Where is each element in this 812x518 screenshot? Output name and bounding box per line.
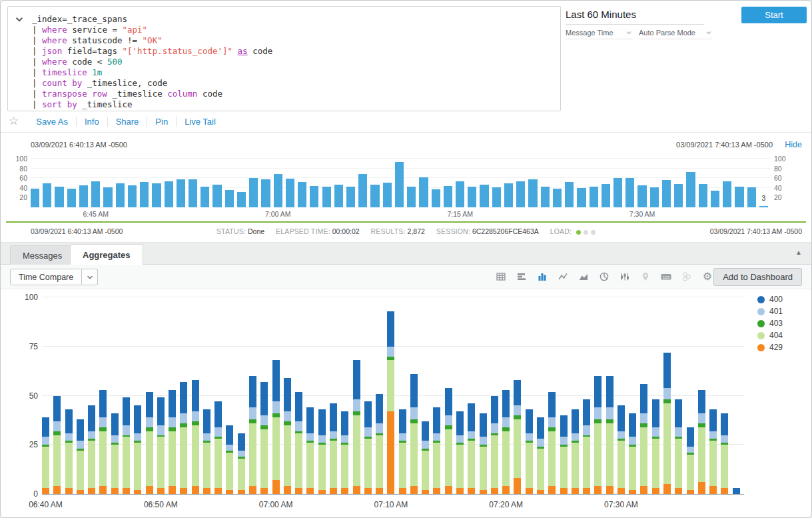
live-tail-link[interactable]: Live Tail <box>177 117 224 127</box>
histogram-bar[interactable] <box>516 181 525 207</box>
stacked-bar[interactable] <box>295 392 302 494</box>
histogram-bar[interactable] <box>140 182 149 207</box>
stacked-bar[interactable] <box>606 376 613 494</box>
stacked-bar[interactable] <box>629 413 636 494</box>
stacked-bar[interactable] <box>272 360 280 494</box>
stacked-bar[interactable] <box>214 401 222 494</box>
stacked-bar[interactable] <box>709 409 717 494</box>
stacked-bar[interactable] <box>617 405 625 494</box>
honeycomb-icon[interactable] <box>680 270 693 283</box>
stacked-bar[interactable] <box>468 403 475 494</box>
bar-rows-icon[interactable] <box>515 270 528 283</box>
stacked-bar[interactable] <box>433 407 440 494</box>
histogram-bar[interactable] <box>553 189 562 207</box>
histogram-bar[interactable] <box>480 185 488 207</box>
histogram-bar[interactable] <box>492 187 501 207</box>
stacked-bar[interactable] <box>88 405 95 494</box>
histogram-bar[interactable] <box>128 185 137 207</box>
collapse-panel-icon[interactable]: ▲ <box>795 249 802 256</box>
histogram-bar[interactable] <box>504 183 513 208</box>
stacked-bar[interactable] <box>341 411 348 494</box>
message-time-select[interactable]: Message Time <box>566 27 632 39</box>
stacked-bar[interactable] <box>733 488 740 494</box>
stacked-bar[interactable] <box>226 425 233 494</box>
collapse-query-chevron-icon[interactable] <box>13 13 25 25</box>
stacked-bar[interactable] <box>548 392 556 494</box>
query-editor[interactable]: _index=_trace_spans| where service = "ap… <box>7 6 561 111</box>
histogram-bar[interactable] <box>625 178 634 207</box>
histogram-bar[interactable] <box>165 181 173 207</box>
histogram-bar[interactable] <box>334 185 343 207</box>
legend-item-400[interactable]: 400 <box>757 295 783 304</box>
histogram-bar[interactable] <box>432 189 440 207</box>
histogram-bar[interactable] <box>395 162 404 207</box>
histogram-bar[interactable] <box>759 206 768 207</box>
time-compare-chevron-icon[interactable] <box>82 269 98 285</box>
stacked-bar[interactable] <box>306 407 314 494</box>
histogram-bar[interactable] <box>407 187 416 207</box>
stacked-bar[interactable] <box>594 376 602 494</box>
stacked-bar[interactable] <box>675 399 682 494</box>
histogram-bar[interactable] <box>674 184 683 207</box>
stacked-bar[interactable] <box>652 399 659 494</box>
stacked-bar[interactable] <box>491 396 498 494</box>
stacked-bar[interactable] <box>77 419 84 494</box>
table-icon[interactable] <box>494 270 508 283</box>
histogram-bar[interactable] <box>310 186 318 207</box>
histogram-bar[interactable] <box>103 187 112 207</box>
stacked-bar[interactable] <box>514 380 521 494</box>
stacked-bar[interactable] <box>721 413 728 494</box>
stacked-bar[interactable] <box>192 380 199 494</box>
stacked-bar[interactable] <box>330 403 337 494</box>
histogram-bar[interactable] <box>152 183 161 207</box>
histogram-bar[interactable] <box>602 184 610 207</box>
stacked-bar[interactable] <box>249 376 256 494</box>
stacked-bar[interactable] <box>53 396 61 494</box>
box-plot-icon[interactable] <box>618 270 631 283</box>
stacked-bar[interactable] <box>203 409 210 494</box>
histogram-bar[interactable] <box>419 177 428 207</box>
query-text[interactable]: _index=_trace_spans| where service = "ap… <box>32 14 272 110</box>
histogram-bar[interactable] <box>686 172 695 207</box>
pin-link[interactable]: Pin <box>147 117 177 127</box>
histogram-bar[interactable] <box>189 179 197 207</box>
legend-item-403[interactable]: 403 <box>757 319 783 328</box>
histogram-bar[interactable] <box>528 179 537 207</box>
histogram-bar[interactable] <box>116 183 125 207</box>
stacked-bar[interactable] <box>410 374 418 494</box>
stacked-bar[interactable] <box>502 390 510 494</box>
stacked-bar[interactable] <box>238 433 245 494</box>
tab-aggregates[interactable]: Aggregates <box>70 244 143 265</box>
histogram-bar[interactable] <box>565 182 574 207</box>
histogram-bar[interactable] <box>201 187 209 207</box>
histogram-bar[interactable] <box>358 174 367 207</box>
stacked-bar[interactable] <box>698 390 705 494</box>
stacked-bar[interactable] <box>364 401 372 494</box>
stacked-bar[interactable] <box>526 409 533 494</box>
histogram-bar[interactable] <box>225 190 234 207</box>
stacked-bar[interactable] <box>123 397 130 494</box>
histogram-bar[interactable] <box>662 180 671 207</box>
stacked-bar[interactable] <box>663 353 671 494</box>
histogram-bar[interactable] <box>322 187 331 207</box>
histogram-bar[interactable] <box>286 179 294 207</box>
histogram-bar[interactable] <box>613 178 622 207</box>
histogram-bar[interactable] <box>249 178 258 207</box>
map-pin-icon[interactable] <box>639 270 652 283</box>
stacked-bar[interactable] <box>537 417 544 494</box>
parse-mode-select[interactable]: Auto Parse Mode <box>639 27 712 39</box>
gear-icon[interactable]: ⚙ <box>701 270 714 283</box>
stacked-bar[interactable] <box>180 382 187 494</box>
stacked-bar[interactable] <box>387 311 394 494</box>
histogram-bar[interactable] <box>43 183 51 208</box>
histogram-bar[interactable] <box>237 192 246 207</box>
column-chart-icon[interactable] <box>536 270 549 283</box>
stacked-bar[interactable] <box>284 378 291 494</box>
stacked-bar[interactable] <box>640 384 647 494</box>
favorite-star-icon[interactable]: ☆ <box>9 115 19 128</box>
legend-item-404[interactable]: 404 <box>757 331 783 340</box>
add-to-dashboard-button[interactable]: Add to Dashboard <box>713 268 802 286</box>
histogram-bar[interactable] <box>577 188 586 207</box>
legend-item-401[interactable]: 401 <box>757 307 783 316</box>
stacked-bar[interactable] <box>157 397 165 494</box>
